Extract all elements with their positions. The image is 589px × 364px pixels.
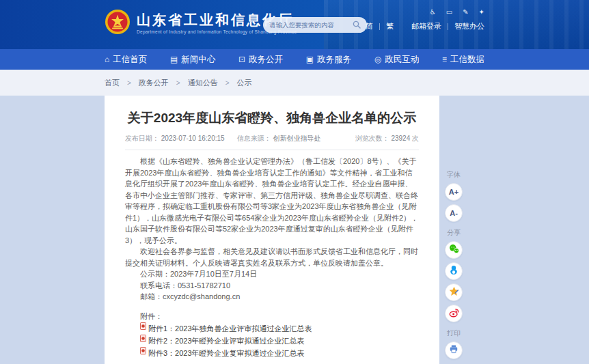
views-count: 23924: [391, 135, 410, 142]
device-icon[interactable]: ▭: [446, 8, 452, 16]
nav-item-home[interactable]: ⌂ 工信首页: [105, 54, 147, 66]
nav-label: 政务公开: [249, 54, 283, 66]
share-favorite-button[interactable]: [445, 283, 463, 301]
divider: [448, 23, 448, 30]
header-banner: 山东省工业和信息化厅 Department of Industry and In…: [0, 0, 589, 49]
share-section-label: 分享: [438, 228, 469, 238]
service-icon: ▣: [306, 55, 314, 64]
sparkle-icon[interactable]: ✦: [479, 8, 484, 16]
national-emblem-icon: [105, 9, 131, 38]
font-increase-button[interactable]: A+: [445, 183, 463, 201]
nav-label: 工信首页: [113, 54, 147, 66]
lang-traditional-link[interactable]: 繁: [386, 21, 394, 31]
breadcrumb-separator: >: [225, 79, 230, 87]
nav-item-news[interactable]: ▤ 新闻中心: [170, 54, 215, 66]
mail-login-link[interactable]: 邮箱登录: [411, 21, 441, 31]
share-qq-button[interactable]: [445, 262, 463, 280]
divider: [125, 150, 419, 150]
favorite-star-icon: [448, 285, 460, 300]
side-toolbar: 字体 A+ A- 分享: [438, 164, 469, 363]
nav-item-interaction[interactable]: ◎ 政民互动: [374, 54, 419, 66]
main-nav: ⌂ 工信首页 ▤ 新闻中心 ⊡ 政务公开 ▣ 政务服务 ◎ 政民互动 ≡ 工信数…: [0, 49, 589, 70]
lang-simplified-link[interactable]: 简: [366, 21, 373, 31]
article-meta: 发布日期： 2023-07-10 16:20:15 信息来源： 创新创业指导处 …: [125, 134, 419, 143]
views-label: 浏览次数：: [355, 135, 389, 142]
nav-label: 新闻中心: [181, 54, 215, 66]
breadcrumb-notices[interactable]: 通知公告: [188, 78, 218, 88]
page: 山东省工业和信息化厅 Department of Industry and In…: [0, 0, 589, 364]
nav-item-service[interactable]: ▣ 政务服务: [306, 54, 351, 66]
breadcrumb-separator: >: [127, 79, 131, 87]
wechat-icon: [448, 243, 460, 257]
nav-label: 政民互动: [385, 54, 419, 66]
article-card: 关于2023年度山东省瞪羚、独角兽企业名单的公示 发布日期： 2023-07-1…: [105, 96, 439, 364]
divider: [379, 23, 380, 30]
qq-icon: [448, 264, 459, 278]
print-section-label: 打印: [438, 328, 469, 338]
interaction-icon: ◎: [374, 55, 381, 64]
views-unit: 次: [412, 135, 419, 142]
search-icon[interactable]: [353, 19, 361, 31]
publish-date-value: 2023-07-10 16:20:15: [161, 135, 225, 142]
nav-item-disclosure[interactable]: ⊡ 政务公开: [238, 54, 283, 66]
breadcrumb-separator: >: [176, 79, 180, 87]
home-icon: ⌂: [105, 55, 109, 64]
pdf-icon: [140, 320, 146, 333]
font-decrease-button[interactable]: A-: [445, 204, 463, 222]
source-label: 信息来源：: [237, 135, 271, 142]
news-icon: ▤: [170, 55, 178, 64]
publicity-period-line: 公示期：2023年7月10日至7月14日: [125, 268, 419, 280]
data-icon: ≡: [442, 55, 447, 64]
attachments-label: 附件：: [125, 311, 419, 322]
monitor-icon: ⊡: [238, 55, 245, 64]
share-weibo-button[interactable]: [445, 305, 463, 322]
attachment-row: 附件2：2023年瞪羚企业评审拟通过企业汇总表: [125, 336, 419, 346]
smart-office-link[interactable]: 智慧办公: [454, 21, 484, 31]
attachment-link-1[interactable]: 附件1：2023年独角兽企业评审拟通过企业汇总表: [148, 324, 312, 334]
contact-phone-line: 联系电话：0531-51782710: [125, 280, 419, 292]
weibo-icon: [448, 307, 460, 321]
font-section-label: 字体: [438, 170, 469, 180]
print-button[interactable]: [445, 341, 463, 359]
header-quick-area: ♿ ▭ ✎ ✦ 简 繁 邮箱登录 智慧办公: [366, 8, 484, 31]
accessibility-icon[interactable]: ♿: [430, 8, 436, 16]
article-paragraph: 欢迎社会各界参与监督，相关意见及建议请以书面形式反馈省工业和信息化厅，同时提交相…: [125, 246, 419, 268]
publish-date-label: 发布日期：: [125, 135, 159, 142]
nav-label: 工信数据: [450, 54, 484, 66]
breadcrumb-disclosure[interactable]: 政务公开: [139, 78, 169, 88]
site-search: [263, 17, 367, 33]
attachment-row: 附件1：2023年独角兽企业评审拟通过企业汇总表: [125, 324, 419, 334]
article-paragraph: 根据《山东省瞪羚、独角兽企业认定管理办法》（鲁工信发〔2020〕8号）、《关于开…: [125, 156, 419, 246]
source-value: 创新创业指导处: [273, 135, 320, 142]
breadcrumb-current: 公示: [237, 78, 252, 88]
page-title: 关于2023年度山东省瞪羚、独角兽企业名单的公示: [125, 109, 419, 127]
attachment-row: 附件3：2023年瞪羚企业复审拟通过企业汇总表: [125, 348, 419, 359]
search-input[interactable]: [269, 21, 350, 29]
pen-icon[interactable]: ✎: [463, 8, 468, 16]
nav-item-data[interactable]: ≡ 工信数据: [442, 54, 484, 66]
pdf-icon: [140, 345, 146, 357]
contact-email-line: 邮箱：cxcyzdc@shandong.cn: [125, 291, 419, 303]
nav-label: 政务服务: [317, 54, 351, 66]
share-wechat-button[interactable]: [445, 241, 463, 259]
attachment-link-2[interactable]: 附件2：2023年瞪羚企业评审拟通过企业汇总表: [148, 336, 305, 346]
printer-icon: [448, 344, 459, 357]
breadcrumb: 首页 > 政务公开 > 通知公告 > 公示: [0, 70, 589, 96]
attachment-link-3[interactable]: 附件3：2023年瞪羚企业复审拟通过企业汇总表: [148, 348, 305, 359]
pdf-icon: [140, 333, 146, 345]
breadcrumb-home[interactable]: 首页: [105, 78, 120, 88]
